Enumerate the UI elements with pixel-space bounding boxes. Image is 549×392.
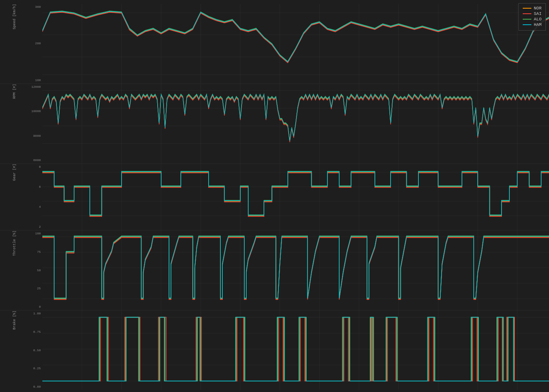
throttle-chart-canvas <box>42 230 549 310</box>
rpm-svg <box>42 84 549 163</box>
rpm-tick-12000: 12000 <box>27 85 41 89</box>
gear-chart-canvas <box>42 164 549 230</box>
throttle-tick-100: 100 <box>27 232 41 235</box>
speed-chart-canvas <box>42 4 549 83</box>
brake-y-label: Brake [%] <box>0 310 27 390</box>
rpm-y-ticks: 12000 10000 8000 6000 <box>27 84 42 163</box>
brake-tick-075: 0.75 <box>27 330 41 334</box>
legend-nor: NOR <box>523 6 542 11</box>
legend-nor-label: NOR <box>534 6 542 11</box>
charts-area: Speed [km/h] 300 200 100 <box>0 0 549 392</box>
legend: NOR SAI ALO HAM <box>518 3 546 31</box>
speed-tick-200: 200 <box>27 42 41 45</box>
rpm-tick-10000: 10000 <box>27 110 41 113</box>
speed-chart-row: Speed [km/h] 300 200 100 <box>0 4 549 84</box>
gear-svg <box>42 164 549 230</box>
gear-y-ticks: 8 6 4 2 <box>27 164 42 230</box>
gear-chart-row: Gear [#] 8 6 4 2 <box>0 164 549 230</box>
rpm-y-label: RPM [#] <box>0 84 27 163</box>
throttle-tick-0: 0 <box>27 305 41 309</box>
sai-line-icon <box>523 13 531 14</box>
throttle-y-label: Throttle [%] <box>0 230 27 310</box>
alo-line-icon <box>523 19 531 20</box>
legend-sai-label: SAI <box>534 11 542 16</box>
brake-tick-025: 0.25 <box>27 367 41 370</box>
gear-y-label: Gear [#] <box>0 164 27 230</box>
main-container: NOR SAI ALO HAM Speed [km/h] 300 200 100 <box>0 0 549 392</box>
gear-tick-2: 2 <box>27 225 41 229</box>
brake-tick-000: 0.00 <box>27 385 41 388</box>
brake-chart-row: Brake [%] 1.00 0.75 0.50 0.25 0.00 <box>0 310 549 390</box>
throttle-tick-50: 50 <box>27 269 41 272</box>
rpm-chart-row: RPM [#] 12000 10000 8000 6000 <box>0 84 549 164</box>
nor-line-icon <box>523 8 531 9</box>
gear-tick-4: 4 <box>27 205 41 209</box>
brake-svg <box>42 310 549 390</box>
brake-tick-100: 1.00 <box>27 312 41 315</box>
brake-y-ticks: 1.00 0.75 0.50 0.25 0.00 <box>27 310 42 390</box>
rpm-tick-6000: 6000 <box>27 159 41 162</box>
legend-alo: ALO <box>523 17 542 22</box>
rpm-tick-8000: 8000 <box>27 134 41 138</box>
legend-alo-label: ALO <box>534 17 542 22</box>
brake-chart-canvas <box>42 310 549 390</box>
throttle-tick-75: 75 <box>27 250 41 254</box>
speed-tick-100: 100 <box>27 79 41 82</box>
throttle-chart-row: Throttle [%] 100 75 50 25 0 <box>0 230 549 310</box>
throttle-tick-25: 25 <box>27 287 41 290</box>
brake-tick-050: 0.50 <box>27 349 41 352</box>
speed-y-ticks: 300 200 100 <box>27 4 42 83</box>
legend-ham: HAM <box>523 22 542 27</box>
gear-tick-6: 6 <box>27 185 41 189</box>
rpm-chart-canvas <box>42 84 549 163</box>
gear-tick-8: 8 <box>27 165 41 169</box>
legend-sai: SAI <box>523 11 542 16</box>
speed-tick-300: 300 <box>27 5 41 9</box>
speed-svg <box>42 4 549 83</box>
throttle-svg <box>42 230 549 310</box>
speed-y-label: Speed [km/h] <box>0 4 27 83</box>
throttle-y-ticks: 100 75 50 25 0 <box>27 230 42 310</box>
ham-line-icon <box>523 24 531 25</box>
legend-ham-label: HAM <box>534 22 542 27</box>
